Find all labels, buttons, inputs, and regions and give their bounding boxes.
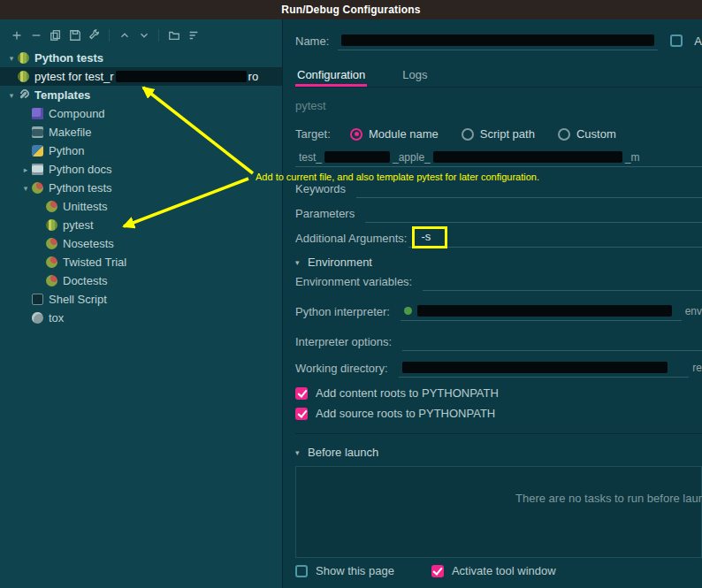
pytest-icon <box>18 52 29 64</box>
radio-label: Custom <box>576 127 616 141</box>
titlebar: Run/Debug Configurations <box>0 0 702 19</box>
radio-label: Module name <box>369 127 439 141</box>
tox-icon <box>32 312 43 324</box>
unittests-icon <box>46 201 57 212</box>
target-field-row: test_ _apple_ _m <box>295 148 702 167</box>
clipped-text-fragment: env <box>685 305 702 317</box>
tree-item-unittests[interactable]: Unittests <box>0 197 282 216</box>
environment-variables-label: Environment variables: <box>295 275 412 288</box>
tree-item-shell-script[interactable]: Shell Script <box>0 290 282 309</box>
tab-logs[interactable]: Logs <box>401 62 429 87</box>
chevron-right-icon[interactable]: ▸ <box>19 165 32 174</box>
python-interpreter-select[interactable] <box>401 302 682 321</box>
radio-icon[interactable] <box>462 128 474 141</box>
tree-item-tox[interactable]: tox <box>0 309 282 327</box>
keywords-label: Keywords <box>295 182 346 195</box>
target-label: Target: <box>295 127 350 141</box>
chevron-down-icon[interactable]: ▾ <box>5 91 18 100</box>
show-this-page-checkbox[interactable] <box>295 565 308 577</box>
before-launch-tasks-list[interactable]: There are no tasks to run before launch <box>295 466 702 558</box>
radio-script-path[interactable]: Script path <box>462 127 535 141</box>
sort-configurations-icon[interactable] <box>186 27 201 42</box>
pytest-icon <box>18 71 29 82</box>
tests-icon <box>32 182 43 194</box>
tree-item-nosetests[interactable]: Nosetests <box>0 234 282 253</box>
tree-item-python-tests-group[interactable]: ▾ Python tests <box>0 49 282 67</box>
chevron-down-icon: ▾ <box>295 258 308 267</box>
move-up-icon[interactable] <box>117 27 132 42</box>
before-launch-section-header[interactable]: ▾ Before launch <box>295 446 702 459</box>
parameters-input[interactable] <box>365 203 702 223</box>
add-source-roots-label: Add source roots to PYTHONPATH <box>316 407 495 420</box>
yellow-highlight-box: -s <box>412 226 447 248</box>
tree-item-label: Doctests <box>63 274 108 287</box>
clipped-text-fragment: re <box>692 362 702 374</box>
tree-item-pytest-template[interactable]: pytest <box>0 216 282 234</box>
wrench-icon <box>18 89 29 101</box>
radio-selected-icon[interactable] <box>350 128 362 141</box>
interpreter-icon <box>404 307 412 315</box>
name-row: Name: A <box>295 31 702 50</box>
save-configuration-icon[interactable] <box>67 27 82 42</box>
shell-script-icon <box>32 294 43 305</box>
redacted-text <box>341 34 654 46</box>
remove-configuration-icon[interactable] <box>28 27 43 42</box>
tree-item-label: Python <box>49 144 84 157</box>
python-interpreter-label: Python interpreter: <box>295 305 390 318</box>
radio-label: Script path <box>480 127 535 141</box>
tree-item-python[interactable]: Python <box>0 141 282 160</box>
tree-item-python-tests-template-group[interactable]: ▾ Python tests <box>0 179 282 197</box>
additional-arguments-label: Additional Arguments: <box>295 232 407 245</box>
radio-custom[interactable]: Custom <box>558 127 616 141</box>
configuration-panel: Name: A Configuration Logs pytest Target… <box>284 19 702 588</box>
tree-item-doctests[interactable]: Doctests <box>0 271 282 290</box>
allow-parallel-run-label: A <box>694 34 702 48</box>
tree-item-twisted-trial[interactable]: Twisted Trial <box>0 253 282 271</box>
show-this-page-label: Show this page <box>316 564 394 577</box>
tree-item-label: Python docs <box>49 163 112 176</box>
tree-item-makefile[interactable]: Makefile <box>0 123 282 141</box>
tree-item-label: tox <box>49 311 64 325</box>
name-input[interactable] <box>338 31 658 50</box>
additional-arguments-value: -s <box>421 230 431 243</box>
new-folder-icon[interactable] <box>166 27 181 42</box>
tree-item-label: Makefile <box>49 126 91 139</box>
copy-configuration-icon[interactable] <box>48 27 63 42</box>
allow-parallel-run-checkbox[interactable] <box>670 34 683 47</box>
keywords-row: Keywords <box>295 179 702 198</box>
add-configuration-icon[interactable] <box>9 27 24 42</box>
redacted-text <box>433 151 622 163</box>
chevron-down-icon[interactable]: ▾ <box>19 184 32 193</box>
working-directory-label: Working directory: <box>295 362 388 375</box>
environment-variables-input[interactable] <box>423 271 702 291</box>
additional-arguments-input[interactable]: -s <box>408 228 702 248</box>
tree-item-python-docs[interactable]: ▸ Python docs <box>0 160 282 179</box>
python-interpreter-row: Python interpreter: env <box>295 302 702 321</box>
chevron-down-icon[interactable]: ▾ <box>5 54 18 63</box>
tree-item-templates-group[interactable]: ▾ Templates <box>0 86 282 104</box>
checked-checkbox-icon[interactable] <box>295 408 308 420</box>
tree-item-pytest-config-selected[interactable]: pytest for test_r ro <box>0 67 282 86</box>
tree-item-label: Templates <box>34 88 90 102</box>
activate-tool-window-checkbox[interactable] <box>431 565 444 577</box>
dialog-bottom-options: Show this page Activate tool window <box>295 564 702 577</box>
environment-section-label: Environment <box>308 256 372 269</box>
checked-checkbox-icon[interactable] <box>295 387 308 400</box>
radio-icon[interactable] <box>558 128 570 141</box>
target-module-input[interactable]: test_ _apple_ _m <box>295 148 702 167</box>
configurations-sidebar: ▾ Python tests pytest for test_r ro ▾ Te… <box>0 19 283 588</box>
move-down-icon[interactable] <box>136 27 151 42</box>
radio-module-name[interactable]: Module name <box>350 127 439 141</box>
tab-configuration[interactable]: Configuration <box>295 62 367 87</box>
compound-icon <box>32 108 43 119</box>
edit-templates-icon[interactable] <box>87 27 102 42</box>
target-value-fragment: _apple_ <box>393 151 431 164</box>
twisted-trial-icon <box>46 256 57 268</box>
environment-section-header[interactable]: ▾ Environment <box>295 256 702 269</box>
keywords-input[interactable] <box>356 179 702 198</box>
working-directory-input[interactable] <box>399 358 690 378</box>
tree-item-compound[interactable]: Compound <box>0 104 282 123</box>
toolbar-separator <box>158 29 159 42</box>
no-tasks-message: There are no tasks to run before launch <box>515 492 702 505</box>
interpreter-options-input[interactable] <box>402 332 702 351</box>
